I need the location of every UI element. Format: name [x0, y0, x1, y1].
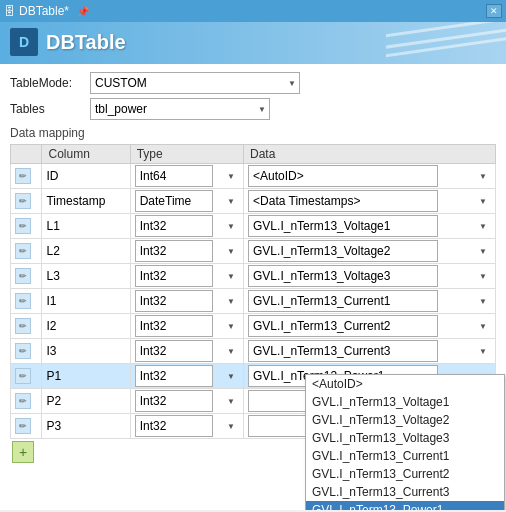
plus-icon: + [19, 444, 27, 460]
title-bar: 🗄 DBTable* 📌 ✕ [0, 0, 506, 22]
row-name: L2 [42, 239, 130, 264]
data-select[interactable]: GVL.I_nTerm13_Voltage3 [248, 265, 438, 287]
th-edit [11, 145, 42, 164]
content: TableMode: CUSTOM Tables tbl_power Data … [0, 64, 506, 510]
type-select[interactable]: Int32 [135, 390, 213, 412]
edit-cell: ✏ [11, 389, 42, 414]
type-select[interactable]: Int32 [135, 340, 213, 362]
row-type: Int32 [130, 214, 243, 239]
row-data: <AutoID> [244, 164, 496, 189]
title-bar-title: DBTable* [19, 4, 69, 18]
edit-cell: ✏ [11, 314, 42, 339]
edit-cell: ✏ [11, 214, 42, 239]
edit-icon[interactable]: ✏ [15, 168, 31, 184]
edit-icon[interactable]: ✏ [15, 193, 31, 209]
edit-icon[interactable]: ✏ [15, 343, 31, 359]
row-data: GVL.I_nTerm13_Current1 [244, 289, 496, 314]
row-type: Int32 [130, 314, 243, 339]
edit-icon[interactable]: ✏ [15, 218, 31, 234]
row-data: GVL.I_nTerm13_Current3 [244, 339, 496, 364]
dropdown-item[interactable]: GVL.I_nTerm13_Current1 [306, 447, 504, 465]
row-type: Int32 [130, 389, 243, 414]
tables-select[interactable]: tbl_power [90, 98, 270, 120]
edit-cell: ✏ [11, 164, 42, 189]
dropdown-item[interactable]: GVL.I_nTerm13_Voltage1 [306, 393, 504, 411]
edit-icon[interactable]: ✏ [15, 293, 31, 309]
edit-icon[interactable]: ✏ [15, 318, 31, 334]
dropdown-item[interactable]: GVL.I_nTerm13_Power1 [306, 501, 504, 510]
row-type: Int32 [130, 414, 243, 439]
edit-icon[interactable]: ✏ [15, 418, 31, 434]
row-name: Timestamp [42, 189, 130, 214]
data-select[interactable]: GVL.I_nTerm13_Voltage1 [248, 215, 438, 237]
header: D DBTable [0, 22, 506, 64]
row-data: <Data Timestamps> [244, 189, 496, 214]
dropdown-item[interactable]: <AutoID> [306, 375, 504, 393]
data-select[interactable]: <Data Timestamps> [248, 190, 438, 212]
data-dropdown[interactable]: <AutoID>GVL.I_nTerm13_Voltage1GVL.I_nTer… [305, 374, 505, 510]
pin-icon: 📌 [77, 6, 89, 17]
close-button[interactable]: ✕ [486, 4, 502, 18]
row-data: GVL.I_nTerm13_Current2 [244, 314, 496, 339]
row-type: Int32 [130, 339, 243, 364]
edit-cell: ✏ [11, 414, 42, 439]
edit-cell: ✏ [11, 364, 42, 389]
edit-icon[interactable]: ✏ [15, 368, 31, 384]
row-type: DateTime [130, 189, 243, 214]
data-select[interactable]: GVL.I_nTerm13_Current2 [248, 315, 438, 337]
dropdown-item[interactable]: GVL.I_nTerm13_Current3 [306, 483, 504, 501]
th-type: Type [130, 145, 243, 164]
type-select[interactable]: Int32 [135, 215, 213, 237]
table-mode-select-wrapper: CUSTOM [90, 72, 300, 94]
row-data: GVL.I_nTerm13_Voltage3 [244, 264, 496, 289]
type-select[interactable]: Int32 [135, 415, 213, 437]
type-select[interactable]: Int32 [135, 315, 213, 337]
type-select[interactable]: Int32 [135, 365, 213, 387]
type-select[interactable]: DateTime [135, 190, 213, 212]
title-bar-controls: ✕ [486, 4, 502, 18]
row-type: Int32 [130, 289, 243, 314]
tables-row: Tables tbl_power [10, 98, 496, 120]
row-name: P2 [42, 389, 130, 414]
title-bar-left: 🗄 DBTable* 📌 [4, 4, 89, 18]
data-select[interactable]: GVL.I_nTerm13_Current3 [248, 340, 438, 362]
row-data: GVL.I_nTerm13_Voltage1 [244, 214, 496, 239]
edit-cell: ✏ [11, 289, 42, 314]
type-select[interactable]: Int64 [135, 165, 213, 187]
header-icon: D [10, 28, 38, 56]
data-select[interactable]: GVL.I_nTerm13_Voltage2 [248, 240, 438, 262]
row-name: P3 [42, 414, 130, 439]
dropdown-item[interactable]: GVL.I_nTerm13_Voltage3 [306, 429, 504, 447]
th-data: Data [244, 145, 496, 164]
edit-cell: ✏ [11, 239, 42, 264]
row-type: Int32 [130, 239, 243, 264]
edit-cell: ✏ [11, 339, 42, 364]
edit-icon[interactable]: ✏ [15, 393, 31, 409]
table-mode-label: TableMode: [10, 76, 90, 90]
row-name: L3 [42, 264, 130, 289]
data-select[interactable]: <AutoID> [248, 165, 438, 187]
edit-cell: ✏ [11, 264, 42, 289]
row-name: L1 [42, 214, 130, 239]
tables-label: Tables [10, 102, 90, 116]
row-name: I3 [42, 339, 130, 364]
row-type: Int64 [130, 164, 243, 189]
row-name: I1 [42, 289, 130, 314]
data-select[interactable]: GVL.I_nTerm13_Current1 [248, 290, 438, 312]
type-select[interactable]: Int32 [135, 265, 213, 287]
type-select[interactable]: Int32 [135, 290, 213, 312]
title-bar-icon: 🗄 [4, 5, 15, 17]
edit-icon[interactable]: ✏ [15, 268, 31, 284]
table-mode-select[interactable]: CUSTOM [90, 72, 300, 94]
section-title: Data mapping [10, 126, 496, 140]
dropdown-item[interactable]: GVL.I_nTerm13_Voltage2 [306, 411, 504, 429]
edit-cell: ✏ [11, 189, 42, 214]
add-row-button[interactable]: + [12, 441, 34, 463]
row-name: P1 [42, 364, 130, 389]
edit-icon[interactable]: ✏ [15, 243, 31, 259]
th-column: Column [42, 145, 130, 164]
row-type: Int32 [130, 264, 243, 289]
row-type: Int32 [130, 364, 243, 389]
type-select[interactable]: Int32 [135, 240, 213, 262]
dropdown-item[interactable]: GVL.I_nTerm13_Current2 [306, 465, 504, 483]
